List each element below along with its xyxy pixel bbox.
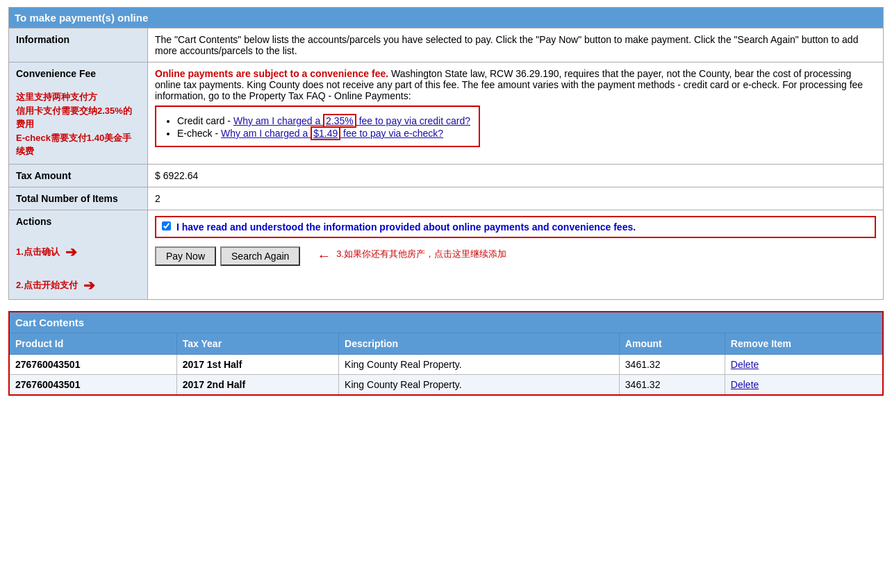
- annotation-3-block: ← 3.如果你还有其他房产，点击这里继续添加: [311, 248, 506, 264]
- fee-annotation: 这里支持两种支付方 信用卡支付需要交纳2.35%的费用 E-check需要支付1…: [16, 90, 140, 158]
- pay-now-button[interactable]: Pay Now: [155, 246, 216, 266]
- cc-fee-highlight: 2.35%: [323, 114, 356, 128]
- arrow-right-1: ➔: [65, 244, 77, 260]
- cell-delete[interactable]: Delete: [725, 374, 883, 395]
- col-amount: Amount: [619, 333, 725, 354]
- convenience-fee-row: Convenience Fee 这里支持两种支付方 信用卡支付需要交纳2.35%…: [9, 62, 884, 165]
- cell-product-id: 276760043501: [9, 354, 176, 374]
- cell-description: King County Real Property.: [339, 354, 620, 374]
- echeck-fee-link[interactable]: Why am I charged a $1.49 fee to pay via …: [221, 126, 443, 140]
- annotation-1-text: 1.点击确认: [16, 246, 60, 258]
- col-tax-year: Tax Year: [176, 333, 338, 354]
- arrow-right-2: ➔: [83, 277, 95, 294]
- tax-amount-label: Tax Amount: [9, 164, 148, 187]
- cell-tax-year: 2017 2nd Half: [176, 374, 338, 395]
- checkbox-container: I have read and understood the informati…: [155, 216, 876, 238]
- actions-content: I have read and understood the informati…: [155, 216, 876, 266]
- cell-delete[interactable]: Delete: [725, 354, 883, 374]
- cell-product-id: 276760043501: [9, 374, 176, 395]
- cart-contents-table: Cart Contents Product Id Tax Year Descri…: [8, 311, 884, 396]
- echeck-fee-highlight: $1.49: [311, 126, 340, 140]
- agreement-text: I have read and understood the informati…: [176, 221, 636, 233]
- information-label: Information: [9, 28, 148, 62]
- actions-value: I have read and understood the informati…: [148, 210, 884, 299]
- cell-tax-year: 2017 1st Half: [176, 354, 338, 374]
- cell-amount: 3461.32: [619, 354, 725, 374]
- fee-options-box: Credit card - Why am I charged a 2.35% f…: [155, 106, 480, 147]
- buttons-row: Pay Now Search Again ← 3.如果你还有其他房产，点击这里继…: [155, 246, 876, 266]
- arrow-left-3: ←: [317, 248, 331, 264]
- annotation-2-text: 2.点击开始支付: [16, 279, 78, 292]
- annotation-1-block: 1.点击确认 ➔: [16, 244, 140, 260]
- actions-row: Actions 1.点击确认 ➔ 2.点击开始支付 ➔: [9, 210, 884, 299]
- cart-row-0: 2767600435012017 1st HalfKing County Rea…: [9, 354, 883, 374]
- annotation-2-block: 2.点击开始支付 ➔: [16, 277, 140, 294]
- credit-card-fee-item: Credit card - Why am I charged a 2.35% f…: [177, 115, 470, 126]
- total-items-row: Total Number of Items 2: [9, 187, 884, 210]
- cart-column-headers: Product Id Tax Year Description Amount R…: [9, 333, 883, 354]
- cc-prefix: Credit card -: [177, 115, 233, 126]
- search-again-button[interactable]: Search Again: [220, 246, 300, 266]
- main-section-header: To make payment(s) online: [9, 8, 884, 28]
- tax-amount-value: $ 6922.64: [148, 164, 884, 187]
- cart-section-header: Cart Contents: [9, 312, 883, 333]
- convenience-fee-value: Online payments are subject to a conveni…: [148, 62, 884, 165]
- actions-label: Actions 1.点击确认 ➔ 2.点击开始支付 ➔: [9, 210, 148, 299]
- convenience-fee-label: Convenience Fee 这里支持两种支付方 信用卡支付需要交纳2.35%…: [9, 62, 148, 165]
- delete-link[interactable]: Delete: [731, 359, 759, 370]
- total-items-label: Total Number of Items: [9, 187, 148, 210]
- page-container: To make payment(s) online Information Th…: [8, 7, 884, 396]
- cart-row-1: 2767600435012017 2nd HalfKing County Rea…: [9, 374, 883, 395]
- information-value: The "Cart Contents" below lists the acco…: [148, 28, 884, 62]
- col-remove-item: Remove Item: [725, 333, 883, 354]
- tax-amount-row: Tax Amount $ 6922.64: [9, 164, 884, 187]
- col-product-id: Product Id: [9, 333, 176, 354]
- main-payment-table: To make payment(s) online Information Th…: [8, 7, 884, 300]
- echeck-fee-item: E-check - Why am I charged a $1.49 fee t…: [177, 128, 470, 139]
- col-description: Description: [339, 333, 620, 354]
- fee-description: Online payments are subject to a conveni…: [155, 68, 876, 101]
- echeck-prefix: E-check -: [177, 128, 221, 139]
- information-row: Information The "Cart Contents" below li…: [9, 28, 884, 62]
- delete-link[interactable]: Delete: [731, 379, 759, 390]
- agreement-checkbox[interactable]: [162, 221, 171, 230]
- fee-bold-text: Online payments are subject to a conveni…: [155, 68, 388, 79]
- cell-description: King County Real Property.: [339, 374, 620, 395]
- total-items-value: 2: [148, 187, 884, 210]
- cc-fee-link[interactable]: Why am I charged a 2.35% fee to pay via …: [233, 114, 470, 128]
- information-text: The "Cart Contents" below lists the acco…: [155, 34, 858, 56]
- annotation-3-text: 3.如果你还有其他房产，点击这里继续添加: [336, 248, 506, 260]
- cell-amount: 3461.32: [619, 374, 725, 395]
